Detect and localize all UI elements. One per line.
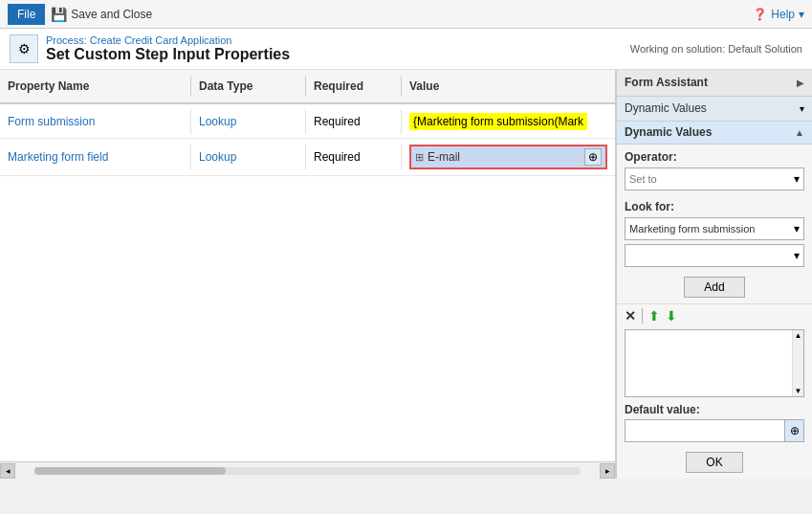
lookup-label-1: Lookup [199, 115, 236, 128]
look-for-section: Look for: Marketing form submission ▾ ▾ [617, 196, 812, 271]
default-value-label: Default value: [625, 403, 804, 416]
dynamic-values-section: Dynamic Values ▲ [617, 122, 812, 145]
operator-label: Operator: [625, 150, 804, 164]
horizontal-scrollbar[interactable]: ◂ ▸ [0, 461, 615, 479]
delete-button[interactable]: ✕ [625, 308, 636, 324]
email-text: E-mail [428, 150, 581, 164]
email-lookup-button[interactable]: ⊕ [584, 148, 602, 166]
col-value: Value [402, 76, 615, 97]
dynamic-values-label: Dynamic Values [625, 101, 707, 115]
cell-required-1: Required [306, 109, 402, 134]
dynamic-values-section-label: Dynamic Values [625, 125, 712, 139]
ok-button-row: OK [617, 446, 812, 479]
save-close-button[interactable]: 💾 Save and Close [51, 7, 152, 22]
table-header: Property Name Data Type Required Value [0, 70, 615, 104]
page-title: Set Custom Step Input Properties [46, 46, 290, 63]
gear-icon: ⚙ [10, 34, 38, 63]
dynamic-values-row: Dynamic Values ▾ [617, 97, 812, 122]
operator-section: Operator: Set to ▾ [617, 145, 812, 196]
cell-data-type-2: Lookup [191, 145, 306, 169]
operator-dropdown[interactable]: Set to ▾ [625, 168, 804, 190]
col-data-type: Data Type [191, 76, 306, 97]
default-value-lookup-icon: ⊕ [790, 424, 800, 437]
cell-property-name-2: Marketing form field [0, 145, 191, 169]
help-label: Help [771, 8, 795, 21]
list-scrollbar[interactable]: ▲ ▼ [792, 330, 803, 396]
toolbar-left: File 💾 Save and Close [8, 4, 152, 25]
dynamic-values-dropdown-icon[interactable]: ▾ [800, 103, 804, 114]
scroll-thumb[interactable] [34, 467, 226, 475]
file-button[interactable]: File [8, 4, 45, 25]
scroll-right-arrow[interactable]: ▸ [600, 463, 615, 479]
operator-value: Set to [629, 173, 657, 185]
move-down-button[interactable]: ⬇ [666, 308, 677, 324]
scroll-track[interactable] [34, 467, 581, 475]
cell-property-name-1: Form submission [0, 109, 191, 134]
add-button-row: Add [617, 271, 812, 303]
help-button[interactable]: ❓ Help ▾ [753, 8, 804, 21]
col-required: Required [306, 76, 402, 97]
lookup-icon: ⊕ [588, 150, 598, 164]
form-submission-link[interactable]: Form submission [8, 115, 95, 128]
save-close-label: Save and Close [71, 8, 152, 21]
cell-data-type-1: Lookup [191, 109, 306, 134]
move-up-button[interactable]: ⬆ [648, 308, 660, 324]
look-for-label: Look for: [625, 200, 804, 213]
default-value-input: ⊕ [625, 419, 804, 442]
ok-button[interactable]: OK [686, 452, 742, 473]
yellow-value-1: {Marketing form submission(Mark [409, 113, 587, 130]
list-scroll-up-icon[interactable]: ▲ [794, 330, 803, 341]
actions-row: ✕ ⬆ ⬇ [617, 303, 812, 327]
help-icon: ❓ [753, 8, 767, 21]
table-body: Form submission Lookup Required {Marketi… [0, 104, 615, 461]
form-assistant-title: Form Assistant [625, 76, 708, 89]
working-on-label: Working on solution: Default Solution [630, 43, 802, 55]
form-assistant-expand-icon[interactable]: ▶ [797, 78, 804, 88]
cell-required-2: Required [306, 145, 402, 169]
toolbar: File 💾 Save and Close ❓ Help ▾ [0, 0, 812, 29]
divider [642, 308, 643, 324]
cell-value-1: {Marketing form submission(Mark [402, 109, 615, 134]
process-header: ⚙ Process: Create Credit Card Applicatio… [0, 29, 812, 70]
lookup-label-2: Lookup [199, 150, 236, 164]
form-assistant-header: Form Assistant ▶ [617, 70, 812, 97]
marketing-form-field-link[interactable]: Marketing form field [8, 150, 108, 164]
breadcrumb: Process: Create Credit Card Application [46, 34, 290, 46]
look-for-chevron-icon: ▾ [794, 222, 800, 235]
look-for-value: Marketing form submission [629, 223, 755, 235]
table-row: Marketing form field Lookup Required ⊞ E… [0, 139, 615, 176]
right-panel: Form Assistant ▶ Dynamic Values ▾ Dynami… [616, 70, 812, 479]
email-field-wrapper[interactable]: ⊞ E-mail ⊕ [409, 145, 607, 169]
main-area: Property Name Data Type Required Value F… [0, 70, 812, 479]
list-box-content [625, 330, 792, 396]
scroll-left-arrow[interactable]: ◂ [0, 463, 15, 479]
table-row: Form submission Lookup Required {Marketi… [0, 104, 615, 139]
second-dropdown[interactable]: ▾ [625, 244, 804, 267]
left-panel: Property Name Data Type Required Value F… [0, 70, 616, 479]
second-dropdown-chevron-icon: ▾ [794, 249, 800, 262]
help-chevron-icon: ▾ [799, 8, 804, 21]
list-scroll-down-icon[interactable]: ▼ [794, 386, 803, 396]
default-value-lookup-button[interactable]: ⊕ [784, 420, 803, 441]
col-property-name: Property Name [0, 76, 191, 97]
form-icon: ⊞ [415, 151, 424, 164]
default-value-section: Default value: ⊕ [617, 399, 812, 446]
add-button[interactable]: Add [684, 277, 744, 298]
cell-value-2: ⊞ E-mail ⊕ [402, 139, 615, 175]
dynamic-values-collapse-icon[interactable]: ▲ [795, 127, 804, 138]
save-icon: 💾 [51, 7, 67, 22]
process-info: Process: Create Credit Card Application … [46, 34, 290, 63]
process-header-left: ⚙ Process: Create Credit Card Applicatio… [10, 34, 290, 63]
list-box: ▲ ▼ [625, 329, 804, 397]
operator-chevron-icon: ▾ [794, 172, 800, 186]
look-for-dropdown[interactable]: Marketing form submission ▾ [625, 217, 804, 240]
